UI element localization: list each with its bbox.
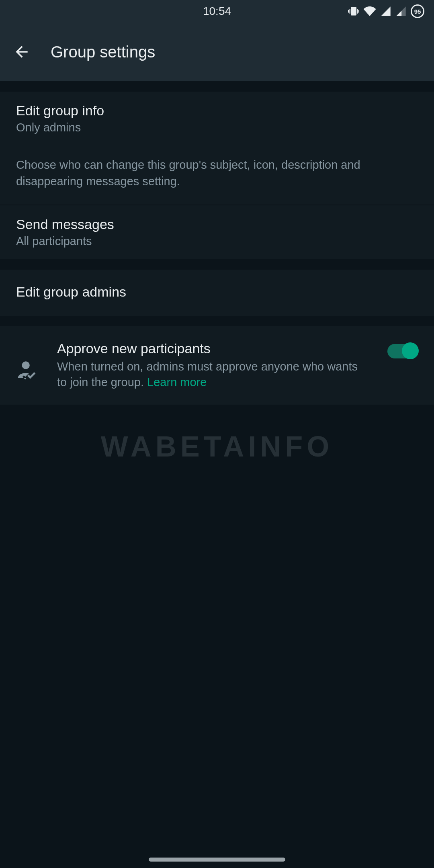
setting-title: Edit group info bbox=[16, 103, 418, 119]
status-time: 10:54 bbox=[203, 5, 231, 18]
setting-approve-participants[interactable]: Approve new participants When turned on,… bbox=[0, 326, 434, 405]
battery-icon: 95 bbox=[411, 4, 424, 18]
spacer bbox=[0, 316, 434, 326]
spacer bbox=[0, 259, 434, 270]
signal-icon-1 bbox=[380, 6, 391, 17]
description-text: When turned on, admins must approve anyo… bbox=[57, 360, 358, 389]
setting-description: When turned on, admins must approve anyo… bbox=[57, 359, 370, 390]
battery-level: 95 bbox=[414, 8, 421, 15]
status-icons: 95 bbox=[348, 4, 424, 18]
page-title: Group settings bbox=[51, 43, 155, 61]
setting-title: Edit group admins bbox=[16, 284, 418, 300]
status-bar: 10:54 95 bbox=[0, 0, 434, 23]
signal-icon-2 bbox=[395, 6, 407, 17]
setting-value: Only admins bbox=[16, 121, 418, 134]
person-check-icon bbox=[16, 358, 39, 383]
back-button[interactable] bbox=[10, 40, 34, 64]
setting-send-messages[interactable]: Send messages All participants bbox=[0, 205, 434, 259]
setting-edit-group-info[interactable]: Edit group info Only admins bbox=[0, 92, 434, 145]
setting-edit-group-admins[interactable]: Edit group admins bbox=[0, 270, 434, 316]
toggle-switch[interactable] bbox=[387, 344, 418, 358]
vibrate-icon bbox=[348, 6, 359, 17]
spacer bbox=[0, 81, 434, 92]
setting-title: Send messages bbox=[16, 217, 418, 232]
arrow-back-icon bbox=[13, 43, 31, 61]
setting-value: All participants bbox=[16, 235, 418, 248]
toggle-knob bbox=[402, 342, 419, 359]
watermark: WABETAINFO bbox=[0, 430, 434, 463]
wifi-icon bbox=[363, 5, 376, 18]
setting-description: Choose who can change this group's subje… bbox=[0, 145, 434, 205]
toggle-text: Approve new participants When turned on,… bbox=[57, 341, 370, 390]
svg-point-0 bbox=[22, 361, 30, 369]
app-bar: Group settings bbox=[0, 23, 434, 81]
setting-title: Approve new participants bbox=[57, 341, 370, 356]
navigation-handle[interactable] bbox=[149, 858, 285, 862]
learn-more-link[interactable]: Learn more bbox=[147, 376, 207, 389]
